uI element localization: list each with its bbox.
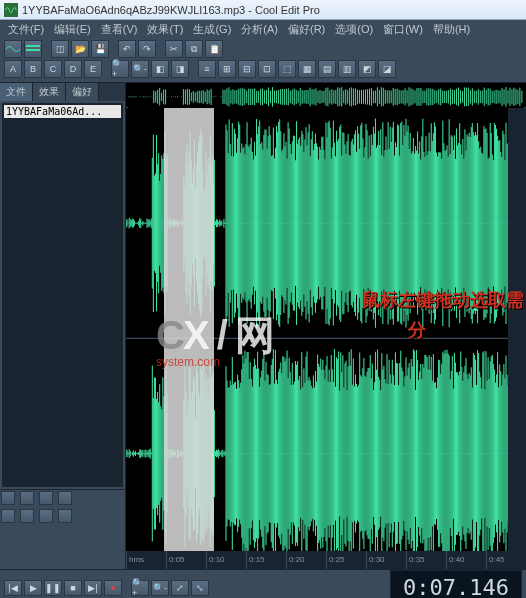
mode-edit-button[interactable]	[4, 40, 22, 58]
tool-j-button[interactable]: ⊟	[238, 60, 256, 78]
tool-l-button[interactable]: ⬚	[278, 60, 296, 78]
overview-wave-icon	[128, 85, 524, 109]
ruler-0: hms	[126, 551, 166, 569]
copy-button[interactable]: ⧉	[185, 40, 203, 58]
sidebar-tabs: 文件 效果 偏好	[0, 83, 125, 101]
tool-d-button[interactable]: D	[64, 60, 82, 78]
tool-q-button[interactable]: ◪	[378, 60, 396, 78]
sidebar: 文件 效果 偏好 1YYBAFaMa06Ad...	[0, 83, 126, 569]
menu-effect[interactable]: 效果(T)	[143, 21, 187, 38]
tool-a-button[interactable]: A	[4, 60, 22, 78]
tool-e-button[interactable]: E	[84, 60, 102, 78]
annotation-text-1: 鼠标左键拖动选取需	[362, 288, 524, 312]
new-button[interactable]: ◫	[51, 40, 69, 58]
tool-p-button[interactable]: ◩	[358, 60, 376, 78]
zoom-in-button[interactable]: 🔍+	[111, 60, 129, 78]
transport-end[interactable]: ▶|	[84, 580, 102, 596]
tool-i-button[interactable]: ⊞	[218, 60, 236, 78]
window-app: Cool Edit Pro	[255, 4, 320, 16]
zoom-in-h[interactable]: 🔍+	[131, 580, 149, 596]
undo-button[interactable]: ↶	[118, 40, 136, 58]
watermark-grey: C	[156, 313, 183, 357]
ruler-4: 0:20	[286, 551, 326, 569]
tab-prefs[interactable]: 偏好	[66, 83, 99, 101]
mode-multi-button[interactable]	[24, 40, 42, 58]
menu-help[interactable]: 帮助(H)	[429, 21, 474, 38]
time-display: 0:07.146	[390, 570, 522, 598]
ruler-5: 0:25	[326, 551, 366, 569]
menu-file[interactable]: 文件(F)	[4, 21, 48, 38]
transport-bar: |◀ ▶ ❚❚ ■ ▶| ● 🔍+ 🔍- ⤢ ⤡ 0:07.146	[0, 569, 526, 598]
ruler-8: 0:40	[446, 551, 486, 569]
waveform-area[interactable]: 鼠标左键拖动选取需 分 CX / 网 system.com hms 0:05 0…	[126, 83, 526, 569]
side-btn-6[interactable]	[20, 509, 34, 523]
amplitude-scale	[508, 108, 526, 551]
cut-button[interactable]: ✂	[165, 40, 183, 58]
redo-button[interactable]: ↷	[138, 40, 156, 58]
zoom-full[interactable]: ⤢	[171, 580, 189, 596]
time-ruler[interactable]: hms 0:05 0:10 0:15 0:20 0:25 0:30 0:35 0…	[126, 551, 526, 569]
side-btn-7[interactable]	[39, 509, 53, 523]
side-btn-8[interactable]	[58, 509, 72, 523]
watermark: CX / 网 system.com	[156, 308, 273, 369]
tool-h-button[interactable]: ≡	[198, 60, 216, 78]
ruler-1: 0:05	[166, 551, 206, 569]
side-btn-5[interactable]	[1, 509, 15, 523]
tool-b-button[interactable]: B	[24, 60, 42, 78]
ruler-6: 0:30	[366, 551, 406, 569]
annotation-text-2: 分	[408, 318, 426, 342]
tracks-icon	[26, 44, 40, 54]
save-button[interactable]: 💾	[91, 40, 109, 58]
side-btn-1[interactable]	[1, 491, 15, 505]
tool-n-button[interactable]: ▤	[318, 60, 336, 78]
paste-button[interactable]: 📋	[205, 40, 223, 58]
window-filename: 1YYBAFaMaO6Adn6qABzJ99KWJLI163.mp3	[22, 4, 245, 16]
zoom-out-h[interactable]: 🔍-	[151, 580, 169, 596]
ruler-2: 0:10	[206, 551, 246, 569]
tab-files[interactable]: 文件	[0, 83, 33, 101]
transport-play[interactable]: ▶	[24, 580, 42, 596]
menu-edit[interactable]: 编辑(E)	[50, 21, 95, 38]
transport-record[interactable]: ●	[104, 580, 122, 596]
menu-analyze[interactable]: 分析(A)	[237, 21, 282, 38]
tool-g-button[interactable]: ◨	[171, 60, 189, 78]
menu-window[interactable]: 窗口(W)	[379, 21, 427, 38]
tracks-panel[interactable]: 鼠标左键拖动选取需 分 CX / 网 system.com hms 0:05 0…	[126, 108, 526, 569]
watermark-white: X / 网	[183, 313, 273, 357]
tab-effects[interactable]: 效果	[33, 83, 66, 101]
menu-view[interactable]: 查看(V)	[97, 21, 142, 38]
transport-begin[interactable]: |◀	[4, 580, 22, 596]
tool-f-button[interactable]: ◧	[151, 60, 169, 78]
side-btn-4[interactable]	[58, 491, 72, 505]
open-button[interactable]: 📂	[71, 40, 89, 58]
file-item[interactable]: 1YYBAFaMa06Ad...	[4, 105, 121, 118]
svg-rect-1	[26, 45, 40, 47]
titlebar: 1YYBAFaMaO6Adn6qABzJ99KWJLI163.mp3 - Coo…	[0, 0, 526, 20]
toolbars: ◫ 📂 💾 ↶ ↷ ✂ ⧉ 📋 A B C D E 🔍+ 🔍- ◧ ◨ ≡ ⊞ …	[0, 38, 526, 83]
transport-stop[interactable]: ■	[64, 580, 82, 596]
menu-generate[interactable]: 生成(G)	[189, 21, 235, 38]
ruler-7: 0:35	[406, 551, 446, 569]
app-icon	[4, 3, 18, 17]
overview-strip[interactable]	[126, 83, 526, 108]
window-sep: -	[245, 4, 255, 16]
menu-pref[interactable]: 偏好(R)	[284, 21, 329, 38]
svg-rect-2	[26, 49, 40, 51]
ruler-3: 0:15	[246, 551, 286, 569]
tool-m-button[interactable]: ▦	[298, 60, 316, 78]
main-area: 文件 效果 偏好 1YYBAFaMa06Ad...	[0, 83, 526, 569]
transport-pause[interactable]: ❚❚	[44, 580, 62, 596]
menu-options[interactable]: 选项(O)	[331, 21, 377, 38]
file-list: 1YYBAFaMa06Ad...	[2, 103, 123, 487]
side-btn-2[interactable]	[20, 491, 34, 505]
zoom-sel[interactable]: ⤡	[191, 580, 209, 596]
side-btn-3[interactable]	[39, 491, 53, 505]
tool-c-button[interactable]: C	[44, 60, 62, 78]
zoom-out-button[interactable]: 🔍-	[131, 60, 149, 78]
wave-icon	[6, 44, 20, 54]
menubar: 文件(F) 编辑(E) 查看(V) 效果(T) 生成(G) 分析(A) 偏好(R…	[0, 20, 526, 38]
ruler-9: 0:45	[486, 551, 526, 569]
sidebar-controls	[0, 489, 125, 569]
tool-k-button[interactable]: ⊡	[258, 60, 276, 78]
tool-o-button[interactable]: ▥	[338, 60, 356, 78]
